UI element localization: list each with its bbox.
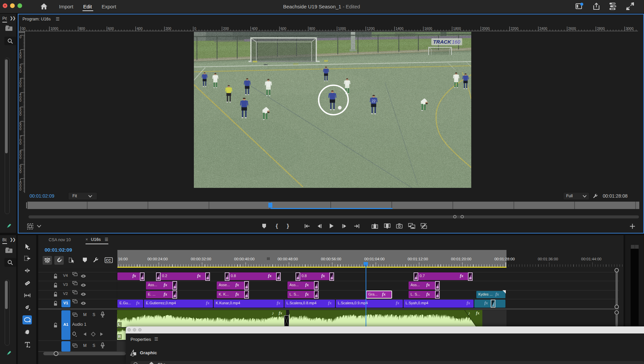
svg-text:800: 800 <box>309 27 315 31</box>
svg-text:600: 600 <box>108 27 114 31</box>
svg-text:1000: 1000 <box>50 27 58 31</box>
svg-text:2600: 2600 <box>568 27 576 31</box>
svg-text:0: 0 <box>19 141 21 145</box>
svg-text:1000: 1000 <box>338 27 346 31</box>
svg-text:200: 200 <box>165 27 171 31</box>
svg-text:2800: 2800 <box>597 27 605 31</box>
svg-text:22: 22 <box>372 99 376 103</box>
svg-text:1800: 1800 <box>453 27 461 31</box>
svg-text:3000: 3000 <box>626 27 634 31</box>
svg-text:0: 0 <box>19 69 21 73</box>
svg-text:2200: 2200 <box>511 27 519 31</box>
svg-text:1200: 1200 <box>367 27 375 31</box>
svg-text:0: 0 <box>19 156 21 160</box>
svg-text:0: 0 <box>19 127 21 131</box>
svg-text:0: 0 <box>19 84 21 88</box>
svg-text:2000: 2000 <box>482 27 490 31</box>
svg-text:1600: 1600 <box>424 27 432 31</box>
svg-text:2400: 2400 <box>539 27 547 31</box>
svg-text:1400: 1400 <box>395 27 404 31</box>
svg-text:0: 0 <box>19 35 21 39</box>
svg-text:800: 800 <box>79 27 85 31</box>
svg-text:0: 0 <box>19 187 21 191</box>
svg-text:0: 0 <box>19 55 21 59</box>
svg-text:600: 600 <box>280 27 286 31</box>
svg-text:400: 400 <box>252 27 258 31</box>
svg-text:CC: CC <box>106 258 111 262</box>
svg-text:200: 200 <box>223 27 229 31</box>
svg-text:400: 400 <box>137 27 143 31</box>
svg-text:160: 160 <box>452 39 461 45</box>
svg-text:0: 0 <box>19 98 21 102</box>
svg-text:0: 0 <box>19 170 21 174</box>
svg-text:TRACK: TRACK <box>433 39 452 45</box>
svg-text:0: 0 <box>19 112 21 116</box>
